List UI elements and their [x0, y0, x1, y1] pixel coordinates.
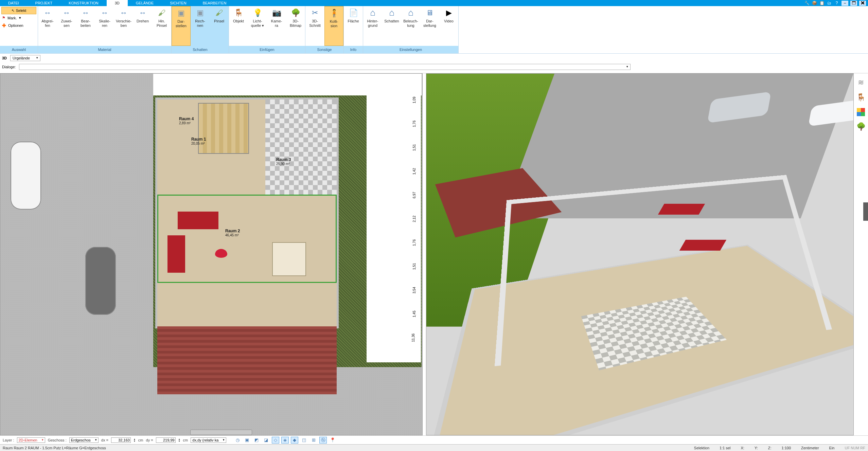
room-label: Raum 325,90 m²: [276, 157, 291, 166]
dy-label: dy =: [146, 438, 153, 442]
menu-tab-datei[interactable]: DATEI: [0, 0, 27, 6]
ribbon-3dbitmap-button[interactable]: 3D-Bitmap: [286, 6, 305, 46]
selekt-button[interactable]: ↖ Selekt: [1, 7, 36, 14]
tree-icon[interactable]: 🌳: [856, 122, 866, 131]
toolbar-screens-button[interactable]: ▣: [243, 437, 251, 444]
maximize-button[interactable]: 🗖: [850, 1, 857, 6]
toolbar-sq-button[interactable]: ◫: [300, 437, 308, 444]
dialoge-select[interactable]: [19, 64, 631, 70]
ribbon-abgreifen-button[interactable]: Abgrei-fen: [38, 6, 57, 46]
group-label: Einstellungen: [363, 46, 458, 53]
dx-spinner[interactable]: ▲▼: [134, 438, 136, 442]
stack-icon[interactable]: 🗂: [827, 0, 832, 6]
dropdown-icon: ▾: [19, 16, 21, 20]
ribbon-objekt-button[interactable]: Objekt: [229, 6, 248, 46]
toolbar-diag2-button[interactable]: ◪: [262, 437, 270, 444]
obj-icon: [233, 7, 244, 18]
pane-2d-plan[interactable]: Raum 42,89 m²Raum 120,05 m²Raum 325,90 m…: [0, 73, 423, 435]
mark-option[interactable]: ⚑ Mark. ▾: [0, 14, 38, 21]
ribbon-drehen-button[interactable]: Drehen: [133, 6, 152, 46]
room-label: Raum 42,89 m²: [179, 116, 194, 125]
ribbon-kamera-button[interactable]: Kame-ra: [267, 6, 286, 46]
layers-icon[interactable]: ≋: [858, 78, 864, 87]
toolbar-diag1-button[interactable]: ◩: [253, 437, 260, 444]
group-label: Schatten: [172, 46, 229, 53]
toolbar-pin-button[interactable]: 📍: [329, 437, 336, 444]
ribbon-group-schatten: Dar-stellenRech-nenPinselSchatten: [172, 6, 229, 53]
ribbon: ↖ Selekt ⚑ Mark. ▾ ✚ Optionen Auswahl Ab…: [0, 6, 868, 54]
menu-tab-3d[interactable]: 3D: [107, 0, 128, 6]
wrench-icon[interactable]: 🔧: [804, 0, 810, 6]
dx-input[interactable]: [111, 437, 131, 443]
ribbon-lichtquelle-button[interactable]: Licht-quelle ▾: [248, 6, 267, 46]
box-icon[interactable]: 📦: [812, 0, 817, 6]
ribbon-button-label: 3D-Bitmap: [290, 19, 301, 28]
dimension-value: 11,36: [411, 333, 415, 342]
ribbon-darstellung-button[interactable]: Dar-stellung: [420, 6, 439, 46]
dx-label: dx =: [101, 438, 108, 442]
dimension-value: 1,51: [412, 263, 416, 270]
ribbon-verschieben-button[interactable]: Verschie-ben: [114, 6, 133, 46]
mark-label: Mark.: [7, 16, 17, 20]
ribbon-skalieren-button[interactable]: Skalie-ren: [95, 6, 114, 46]
ribbon-bearbeiten-button[interactable]: Bear-beiten: [76, 6, 95, 46]
ribbon-flaeche-button[interactable]: Fläche: [344, 6, 363, 46]
ribbon-group-sonstige: 3D-SchnittKolli-sionSonstige: [305, 6, 344, 53]
group-label: Info: [344, 46, 363, 53]
cam-icon: [271, 7, 282, 18]
coord-mode-select[interactable]: dx,dy (relativ ka: [191, 437, 226, 443]
plan-sofa: [167, 235, 185, 273]
rail-drag-handle[interactable]: [863, 202, 868, 221]
ribbon-beleuchtung-button[interactable]: Beleuch-tung: [401, 6, 420, 46]
dy-input[interactable]: [156, 437, 176, 443]
ribbon-rechnen-button[interactable]: Rech-nen: [191, 6, 210, 46]
room-label: Raum 246,45 m²: [225, 229, 240, 237]
toolbar-clock-button[interactable]: ◷: [234, 437, 241, 444]
ribbon-hinpinsel-button[interactable]: Hin.Pinsel: [152, 6, 171, 46]
layer-select[interactable]: 2D-Elemen: [17, 437, 45, 443]
copy-icon[interactable]: 📋: [819, 0, 825, 6]
group-label-auswahl: Auswahl: [0, 46, 38, 53]
brush-icon: [214, 7, 225, 18]
ribbon-video-button[interactable]: Video: [439, 6, 458, 46]
optionen-option[interactable]: ✚ Optionen: [0, 21, 38, 30]
ribbon-darstellen-button[interactable]: Dar-stellen: [172, 6, 191, 46]
ribbon-button-label: Video: [444, 19, 454, 23]
help-icon[interactable]: ?: [834, 0, 839, 6]
dx-unit: cm: [138, 438, 143, 442]
arrow-icon: [99, 7, 110, 18]
group-label: Einfügen: [229, 46, 305, 53]
toolbar-grid-button[interactable]: ⊞: [310, 437, 317, 444]
dimension-value: 1,76: [412, 121, 416, 127]
palette-icon[interactable]: [857, 108, 865, 116]
arrow-icon: [118, 7, 129, 18]
menu-tab-bearbeiten[interactable]: BEARBEITEN: [195, 0, 235, 6]
dimension-value: 1,76: [412, 239, 416, 246]
minimize-button[interactable]: –: [842, 1, 848, 6]
ribbon-kollision-button[interactable]: Kolli-sion: [324, 6, 343, 46]
menu-tab-sichten[interactable]: SICHTEN: [162, 0, 194, 6]
view-select[interactable]: Urgelände: [10, 55, 40, 61]
close-button[interactable]: 🗙: [859, 1, 866, 6]
chair-icon[interactable]: 🪑: [856, 93, 866, 102]
menu-tab-projekt[interactable]: PROJEKT: [27, 0, 61, 6]
ribbon-button-label: Schatten: [384, 19, 399, 23]
plan-car: [11, 142, 41, 210]
ribbon-schatten-button[interactable]: Schatten: [382, 6, 401, 46]
ribbon-hintergrund-button[interactable]: Hinter-grund: [363, 6, 382, 46]
ribbon-3dschnitt-button[interactable]: 3D-Schnitt: [305, 6, 324, 46]
toolbar-rhomb2-button[interactable]: ◈: [281, 437, 289, 444]
pane-3d-view[interactable]: [426, 73, 854, 435]
dy-spinner[interactable]: ▲▼: [178, 438, 180, 442]
ribbon-pinsel-button[interactable]: Pinsel: [210, 6, 229, 46]
toolbar-rhomb1-button[interactable]: ◇: [272, 437, 279, 444]
ribbon-zuweisen-button[interactable]: Zuwei-sen: [57, 6, 76, 46]
toolbar-rhomb3-button[interactable]: ◆: [291, 437, 298, 444]
toolbar-letter-n-button[interactable]: Ⓝ: [319, 437, 327, 444]
ribbon-button-label: Bear-beiten: [81, 19, 91, 28]
arrow-icon: [137, 7, 148, 18]
status-z: Z:: [768, 446, 772, 450]
geschoss-select[interactable]: Erdgeschos: [69, 437, 99, 443]
menu-tab-konstruktion[interactable]: KONSTRUKTION: [60, 0, 106, 6]
menu-tab-gelände[interactable]: GELÄNDE: [128, 0, 162, 6]
